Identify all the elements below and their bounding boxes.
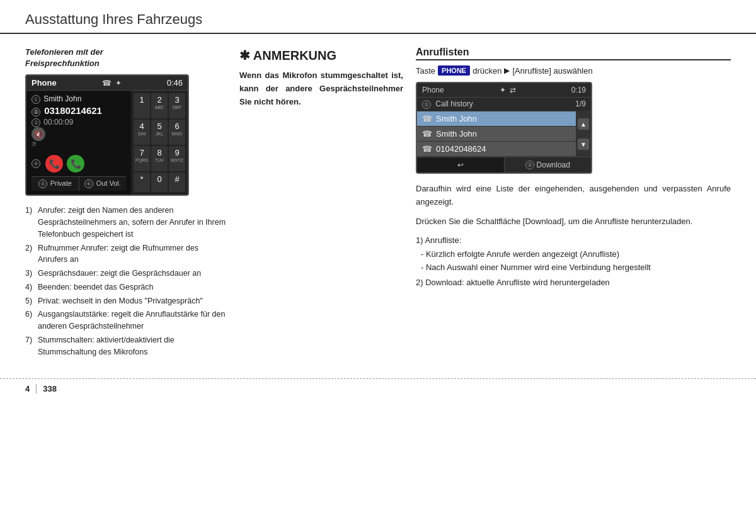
anrufliste-select-label: [Anrufliste] auswählen bbox=[512, 66, 592, 76]
desc-text-4: Beenden: beendet das Gespräch bbox=[38, 281, 153, 293]
phone2-body: ☎ Smith John ☎ Smith John ☎ 01042048624 … bbox=[417, 111, 591, 157]
numpad-3[interactable]: 3DEF bbox=[169, 93, 185, 118]
page-header: Ausstattung Ihres Fahrzeugs bbox=[0, 0, 756, 34]
numpad-star[interactable]: * bbox=[134, 173, 150, 192]
private-button[interactable]: ⑤ Private bbox=[32, 177, 79, 191]
sublist-dash-2: - Nach Auswahl einer Nummer wird eine Ve… bbox=[421, 261, 731, 274]
contact-row-2[interactable]: ☎ Smith John bbox=[417, 127, 576, 142]
desc-item-7: 7) Stummschalten: aktiviert/deaktiviert … bbox=[25, 334, 227, 358]
anmerkung-strong: Wenn das Mikrofon stummgeschaltet ist, k… bbox=[239, 71, 403, 106]
numpad-8[interactable]: 8TUV bbox=[151, 146, 168, 171]
call-duration: 00:00:09 bbox=[43, 118, 73, 127]
sublist-dash-1: - Kürzlich erfolgte Anrufe werden angeze… bbox=[421, 248, 731, 261]
desc-item-6: 6) Ausgangslautstärke: regelt die Anrufl… bbox=[25, 308, 227, 332]
phone-body: ① Smith John ② 03180214621 ③ 00:00:09 🔇 … bbox=[26, 91, 188, 195]
call-buttons: ④ 📞 📞 bbox=[32, 155, 126, 173]
back-icon: ↩ bbox=[457, 161, 464, 169]
contact-name-2: Smith John bbox=[436, 129, 477, 139]
desc-num-7: 7) bbox=[25, 334, 35, 358]
taste-label: Taste bbox=[416, 66, 435, 76]
download-button[interactable]: ② Download bbox=[505, 157, 592, 173]
private-label: Private bbox=[50, 179, 72, 187]
scroll-down-button[interactable]: ▼ bbox=[578, 139, 589, 150]
scroll-up-button[interactable]: ▲ bbox=[578, 118, 589, 130]
desc-num-2: 2) bbox=[25, 242, 35, 266]
desc-num-3: 3) bbox=[25, 268, 35, 280]
circle-4: ④ bbox=[32, 159, 40, 168]
back-button[interactable]: ↩ bbox=[417, 157, 505, 173]
druecken-label: drücken bbox=[472, 66, 501, 76]
circle-2: ② bbox=[32, 108, 40, 116]
asterisk-icon: ✱ bbox=[239, 48, 250, 62]
caller-number-row: ② 03180214621 bbox=[32, 105, 126, 116]
left-column: Telefonieren mit der Freisprechfunktion … bbox=[25, 47, 227, 359]
desc-text-2: Rufnummer Anrufer: zeigt die Rufnummer d… bbox=[38, 242, 227, 266]
phone-label-2: Phone bbox=[422, 86, 444, 94]
out-vol-button[interactable]: ⑥ Out Vol. bbox=[79, 177, 127, 191]
numpad-hash[interactable]: # bbox=[169, 173, 185, 192]
numpad-2[interactable]: 2ABC bbox=[151, 93, 168, 118]
circle-6: ⑥ bbox=[84, 179, 93, 188]
phone-bottom-bar: ⑤ Private ⑥ Out Vol. bbox=[32, 176, 126, 191]
contact-row-3[interactable]: ☎ 01042048624 bbox=[417, 142, 576, 157]
bluetooth-icon: ✦ bbox=[115, 79, 122, 88]
call-history-label: Call history bbox=[435, 99, 472, 108]
page-title: Ausstattung Ihres Fahrzeugs bbox=[25, 11, 731, 28]
circle-2-right: ② bbox=[525, 161, 534, 169]
phone-numpad: 1 2ABC 3DEF 4GHI 5JKL 6MNO 7PQRS 8TUV 9W… bbox=[131, 91, 188, 195]
phone-time: 0:46 bbox=[167, 78, 183, 88]
numpad-0[interactable]: 0 bbox=[151, 173, 168, 192]
anmerkung-label: ANMERKUNG bbox=[253, 48, 336, 62]
desc-item-4: 4) Beenden: beendet das Gespräch bbox=[25, 281, 227, 293]
daraufhin-text: Daraufhin wird eine Liste der eingehende… bbox=[416, 183, 731, 209]
anmerkung-title: ✱ ANMERKUNG bbox=[239, 48, 403, 63]
phone-call-info: ① Smith John ② 03180214621 ③ 00:00:09 🔇 … bbox=[26, 91, 131, 195]
numpad-5[interactable]: 5JKL bbox=[151, 120, 168, 145]
numpad-4[interactable]: 4GHI bbox=[134, 120, 150, 145]
phone-header: Phone ☎ ✦ 0:46 bbox=[26, 76, 188, 91]
anmerkung-text: Wenn das Mikrofon stummgeschaltet ist, k… bbox=[239, 69, 403, 108]
circle-3: ③ bbox=[32, 118, 40, 127]
desc-item-5: 5) Privat: wechselt in den Modus "Privat… bbox=[25, 295, 227, 307]
numpad-1[interactable]: 1 bbox=[134, 93, 150, 118]
download-label: Download bbox=[537, 161, 570, 169]
taste-line: Taste PHONE drücken ▶ [Anrufliste] auswä… bbox=[416, 65, 731, 76]
phone-badge: PHONE bbox=[438, 65, 470, 76]
section-title: Telefonieren mit der Freisprechfunktion bbox=[25, 47, 227, 69]
caller-number: 03180214621 bbox=[44, 105, 102, 116]
contact-phone-icon-3: ☎ bbox=[422, 144, 432, 154]
circle-1: ① bbox=[32, 95, 40, 104]
desc-text-7: Stummschalten: aktiviert/deaktiviert die… bbox=[38, 334, 227, 358]
contact-number-1: 01042048624 bbox=[436, 144, 486, 154]
phone-header2-icons: ✦ ⇄ bbox=[500, 86, 516, 94]
answer-button[interactable]: 📞 bbox=[67, 155, 84, 173]
desc-item-2: 2) Rufnummer Anrufer: zeigt die Rufnumme… bbox=[25, 242, 227, 266]
sublist-num-2: 2) Download: aktuelle Anrufliste wird he… bbox=[416, 278, 610, 287]
out-vol-label: Out Vol. bbox=[96, 179, 121, 187]
numpad-7[interactable]: 7PQRS bbox=[134, 146, 150, 171]
contact-name-1: Smith John bbox=[436, 114, 477, 123]
end-call-button[interactable]: 📞 bbox=[45, 155, 63, 173]
desc-item-3: 3) Gesprächsdauer: zeigt die Gesprächsda… bbox=[25, 268, 227, 280]
contact-phone-icon-2: ☎ bbox=[422, 129, 432, 139]
desc-num-5: 5) bbox=[25, 295, 35, 307]
bluetooth-icon-2: ✦ bbox=[500, 86, 506, 94]
numpad-9[interactable]: 9WXYZ bbox=[169, 146, 185, 171]
desc-text-5: Privat: wechselt in den Modus "Privatges… bbox=[38, 295, 203, 307]
phone-scroll-buttons: ▲ ▼ bbox=[576, 111, 591, 157]
phone-label: Phone bbox=[32, 78, 57, 88]
phone-header-icons: ☎ ✦ bbox=[102, 79, 122, 88]
page-number-left: 4 bbox=[25, 384, 37, 393]
numpad-6[interactable]: 6MNO bbox=[169, 120, 185, 145]
phone-ui-list: Phone ✦ ⇄ 0:19 ① Call history 1/9 ☎ bbox=[416, 82, 592, 174]
mute-badge: 🔇 bbox=[32, 127, 45, 141]
desc-num-4: 4) bbox=[25, 281, 35, 293]
phone2-contact-list: ☎ Smith John ☎ Smith John ☎ 01042048624 bbox=[417, 111, 576, 157]
sublist-item-2: 2) Download: aktuelle Anrufliste wird he… bbox=[416, 276, 731, 289]
right-column: Anruflisten Taste PHONE drücken ▶ [Anruf… bbox=[416, 47, 731, 359]
desc-num-6: 6) bbox=[25, 308, 35, 332]
switch-icon: ⇄ bbox=[510, 86, 516, 94]
sublist-item-1: 1) Anrufliste: bbox=[416, 234, 731, 247]
phone-icon: ☎ bbox=[102, 79, 112, 88]
contact-row-1[interactable]: ☎ Smith John bbox=[417, 111, 576, 127]
